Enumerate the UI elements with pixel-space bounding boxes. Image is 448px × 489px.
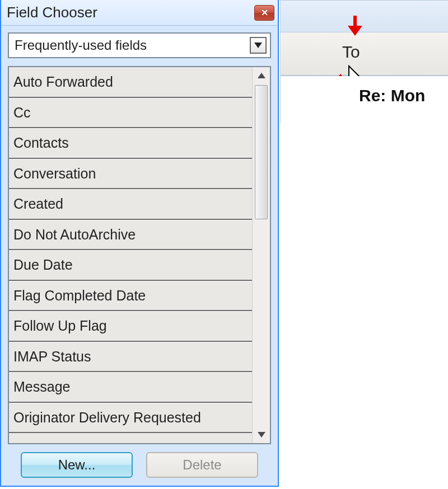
window-title: Field Chooser: [7, 4, 254, 21]
red-arrow-down-icon: [347, 16, 363, 36]
field-chooser-dialog: Field Chooser ✕ Frequently-used fields A…: [0, 0, 279, 487]
field-item[interactable]: IMAP Status: [9, 342, 252, 373]
scroll-track[interactable]: [254, 85, 269, 425]
field-item[interactable]: Cc: [9, 98, 252, 129]
field-item[interactable]: Due Date: [9, 250, 252, 281]
svg-marker-0: [254, 43, 262, 48]
scroll-thumb[interactable]: [255, 85, 268, 219]
dropdown-toggle-button[interactable]: [250, 37, 267, 54]
button-row: New... Delete: [8, 452, 271, 478]
field-item[interactable]: Auto Forwarded: [9, 67, 252, 98]
category-selected-label: Frequently-used fields: [15, 37, 250, 53]
scroll-up-button[interactable]: [254, 68, 269, 83]
field-item[interactable]: Message: [9, 372, 252, 403]
field-item[interactable]: Conversation: [9, 159, 252, 190]
column-header-label: To: [342, 43, 360, 62]
preview-top-band: [281, 0, 448, 32]
close-button[interactable]: ✕: [254, 5, 274, 21]
delete-button: Delete: [146, 452, 258, 478]
new-button[interactable]: New...: [21, 452, 133, 478]
new-button-label: New...: [58, 457, 96, 473]
column-header-area[interactable]: To: [281, 32, 448, 76]
dialog-body: Frequently-used fields Auto Forwarded Cc…: [1, 26, 278, 486]
scroll-down-button[interactable]: [254, 427, 269, 442]
fields-list: Auto Forwarded Cc Contacts Conversation …: [9, 67, 252, 443]
column-drop-preview: To Re: Mon: [280, 0, 448, 123]
field-item[interactable]: Created: [9, 189, 252, 220]
svg-marker-1: [258, 73, 265, 78]
triangle-down-icon: [258, 432, 265, 438]
fields-list-container: Auto Forwarded Cc Contacts Conversation …: [8, 66, 271, 444]
delete-button-label: Delete: [183, 457, 221, 473]
close-x-icon: ✕: [261, 7, 268, 18]
triangle-up-icon: [258, 73, 265, 78]
field-item[interactable]: Follow Up Flag: [9, 311, 252, 342]
preview-body: Re: Mon: [281, 76, 448, 123]
field-item[interactable]: Originator Delivery Requested: [9, 403, 252, 434]
field-item[interactable]: Flag Completed Date: [9, 281, 252, 312]
scrollbar[interactable]: [252, 67, 270, 443]
svg-marker-2: [258, 432, 265, 438]
field-item[interactable]: Contacts: [9, 128, 252, 159]
message-subject: Re: Mon: [359, 86, 425, 105]
svg-marker-3: [348, 16, 362, 36]
field-item[interactable]: Do Not AutoArchive: [9, 220, 252, 251]
titlebar: Field Chooser ✕: [1, 0, 278, 26]
field-category-dropdown[interactable]: Frequently-used fields: [8, 32, 271, 58]
chevron-down-icon: [254, 43, 262, 48]
